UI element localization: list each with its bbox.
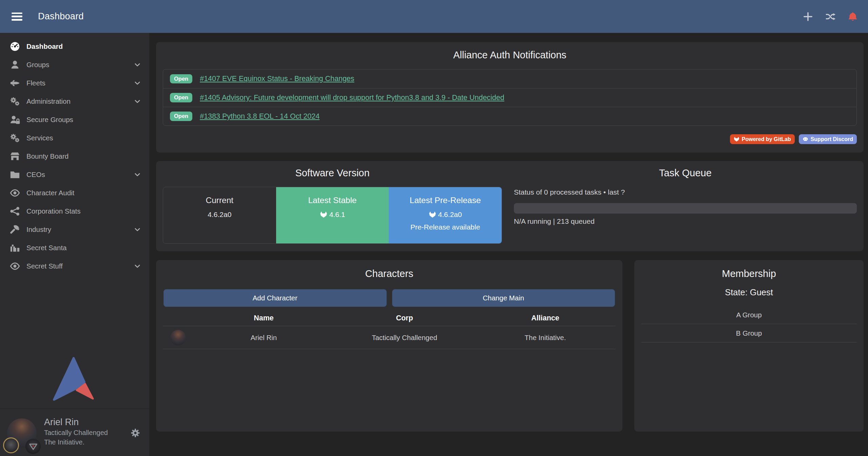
- chevron-down-icon: [134, 61, 141, 68]
- user-lock-icon: [9, 115, 21, 125]
- membership-groups: A Group B Group: [641, 306, 857, 342]
- sidebar-item[interactable]: Fleets: [0, 74, 149, 92]
- gauge-icon: [9, 41, 21, 52]
- sidebar-nav: Dashboard Groups Fleets A: [0, 33, 149, 275]
- notification-row: Open #1383 Python 3.8 EOL - 14 Oct 2024: [163, 107, 856, 125]
- software-taskqueue-panel: Software Version Current 4.6.2a0 Latest …: [156, 161, 864, 251]
- chevron-down-icon: [134, 79, 141, 87]
- membership-panel: Membership State: Guest A Group B Group: [634, 260, 864, 432]
- profile-text: Ariel Rin Tactically Challenged The Init…: [44, 416, 108, 447]
- eye-icon: [9, 188, 21, 198]
- notifications-panel: Alliance Auth Notifications Open #1407 E…: [156, 42, 864, 153]
- sidebar-item[interactable]: Character Audit: [0, 184, 149, 202]
- characters-panel: Characters Add Character Change Main Nam…: [156, 260, 622, 432]
- shuffle-icon[interactable]: [825, 12, 835, 22]
- user-icon: [9, 60, 21, 70]
- sidebar-item[interactable]: Corporation Stats: [0, 202, 149, 220]
- shuttle-icon: [9, 78, 21, 88]
- character-alliance: The Initiative.: [475, 334, 616, 342]
- membership-state: State: Guest: [634, 288, 864, 297]
- sidebar-item[interactable]: Services: [0, 129, 149, 147]
- user-profile: Ariel Rin Tactically Challenged The Init…: [0, 409, 149, 456]
- character-name: Ariel Rin: [193, 334, 334, 342]
- sidebar-item[interactable]: Secret Santa: [0, 239, 149, 257]
- version-number: 4.6.2a0: [208, 211, 231, 219]
- gears-icon: [9, 96, 21, 106]
- gear-icon[interactable]: [130, 428, 140, 438]
- membership-group: B Group: [641, 324, 857, 342]
- version-cell: Current 4.6.2a0: [163, 187, 276, 243]
- notification-row: Open #1407 EVE Equinox Status - Breaking…: [163, 70, 856, 88]
- status-badge: Open: [170, 112, 192, 121]
- characters-table-header: Name Corp Alliance: [163, 310, 616, 326]
- sidebar-item[interactable]: Dashboard: [0, 37, 149, 56]
- navbar-actions: [803, 0, 858, 33]
- version-table: Current 4.6.2a0 Latest Stable 4.6.1: [163, 187, 502, 244]
- notification-link[interactable]: #1383 Python 3.8 EOL - 14 Oct 2024: [200, 112, 320, 121]
- task-queue-section: Task Queue Status of 0 processed tasks •…: [514, 161, 857, 251]
- footer-badge[interactable]: Support Discord: [799, 134, 857, 144]
- sidebar-item[interactable]: Secret Stuff: [0, 257, 149, 275]
- characters-table: Name Corp Alliance Ariel Rin Tactically …: [163, 310, 616, 349]
- plus-icon[interactable]: [803, 12, 813, 22]
- gifts-icon: [9, 243, 21, 253]
- chevron-down-icon: [134, 262, 141, 270]
- characters-table-body: Ariel Rin Tactically Challenged The Init…: [163, 326, 616, 349]
- version-note: Pre-Release available: [389, 223, 502, 231]
- folder-icon: [9, 170, 21, 180]
- membership-title: Membership: [634, 260, 864, 279]
- sidebar-item[interactable]: Groups: [0, 56, 149, 74]
- task-queue-title: Task Queue: [514, 161, 857, 179]
- gears-icon: [9, 133, 21, 143]
- sidebar-item[interactable]: Bounty Board: [0, 147, 149, 165]
- characters-buttons: Add Character Change Main: [163, 289, 615, 307]
- notification-link[interactable]: #1405 Advisory: Future development will …: [200, 94, 504, 102]
- task-queue-progressbar: [514, 203, 857, 214]
- bell-icon[interactable]: [848, 12, 858, 22]
- alliance-auth-logo: [52, 357, 96, 401]
- chevron-down-icon: [134, 171, 141, 178]
- membership-group: A Group: [641, 306, 857, 324]
- status-badge: Open: [170, 74, 192, 84]
- top-navbar: Dashboard: [0, 0, 868, 33]
- task-queue-status: Status of 0 processed tasks • last ?: [514, 188, 625, 196]
- chevron-down-icon: [134, 98, 141, 105]
- menu-icon[interactable]: [12, 13, 22, 21]
- gitlab-icon: [429, 211, 436, 218]
- sidebar: Dashboard Groups Fleets A: [0, 33, 149, 456]
- notification-link[interactable]: #1407 EVE Equinox Status - Breaking Chan…: [200, 75, 354, 83]
- version-number: 4.6.2a0: [438, 211, 462, 219]
- footer-badge[interactable]: Powered by GitLab: [730, 134, 795, 144]
- character-corp: Tactically Challenged: [334, 334, 475, 342]
- alliance-logo-badge: [25, 439, 41, 454]
- characters-title: Characters: [156, 260, 622, 279]
- profile-name: Ariel Rin: [44, 416, 108, 428]
- eye-icon: [9, 261, 21, 271]
- shop-icon: [9, 151, 21, 161]
- footer-badges: Powered by GitLab Support Discord: [730, 134, 857, 144]
- task-queue-summary: N/A running | 213 queued: [514, 217, 595, 225]
- status-badge: Open: [170, 93, 192, 102]
- gitlab-icon: [320, 211, 327, 218]
- change-main-button[interactable]: Change Main: [392, 289, 615, 307]
- version-number: 4.6.1: [329, 211, 345, 219]
- hammer-icon: [9, 224, 21, 235]
- column-header: Alliance: [475, 314, 616, 322]
- version-cell: Latest Pre-Release 4.6.2a0 Pre-Release a…: [389, 187, 502, 243]
- main-content: Alliance Auth Notifications Open #1407 E…: [149, 33, 868, 456]
- character-row: Ariel Rin Tactically Challenged The Init…: [163, 326, 616, 349]
- sidebar-item[interactable]: CEOs: [0, 165, 149, 184]
- column-header: Name: [193, 314, 334, 322]
- software-version-title: Software Version: [163, 161, 502, 179]
- sidebar-item[interactable]: Industry: [0, 220, 149, 239]
- profile-corp: Tactically Challenged: [44, 428, 108, 437]
- sidebar-item[interactable]: Administration: [0, 92, 149, 111]
- character-portrait: [170, 330, 186, 345]
- gitlab-icon: [734, 136, 739, 142]
- profile-alliance: The Initiative.: [44, 437, 108, 447]
- notification-row: Open #1405 Advisory: Future development …: [163, 88, 856, 107]
- software-version-section: Software Version Current 4.6.2a0 Latest …: [163, 161, 502, 251]
- sidebar-item[interactable]: Secure Groups: [0, 111, 149, 129]
- add-character-button[interactable]: Add Character: [163, 289, 387, 307]
- version-cell: Latest Stable 4.6.1: [276, 187, 389, 243]
